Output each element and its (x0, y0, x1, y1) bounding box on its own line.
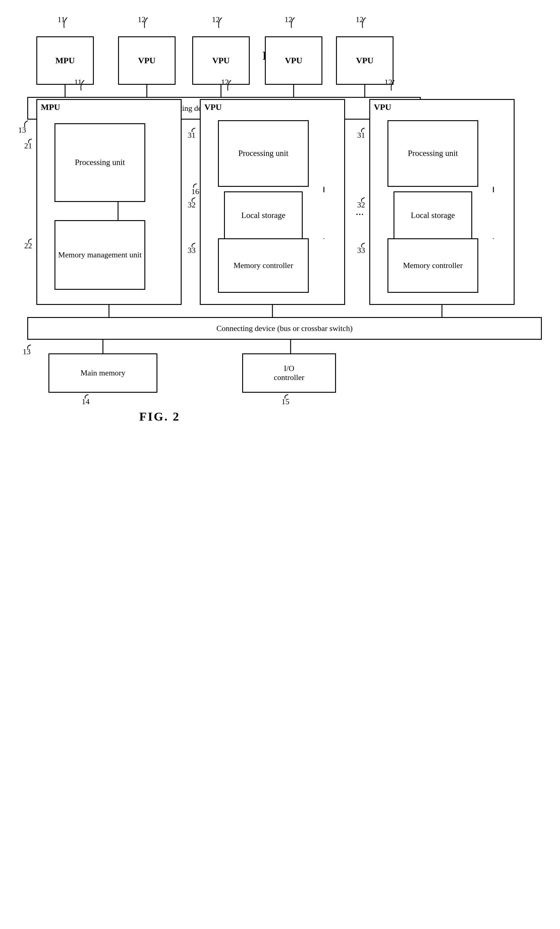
ref-33-1-fig2: 33 (188, 246, 196, 255)
processing-unit-mpu-fig2: Processing unit (55, 123, 145, 202)
ref-14-fig2: 14 (82, 397, 90, 406)
memory-controller-vpu1-fig2: Memory controller (218, 238, 309, 293)
mpu-label-fig2: MPU (41, 102, 60, 112)
ref-22-fig2: 22 (24, 241, 32, 250)
ref-21-fig2: 21 (24, 141, 32, 150)
mmu-box-fig2: Memory management unit (55, 220, 145, 290)
ref-12-2-fig1: 12 (212, 15, 220, 24)
vpu1-label-fig2: VPU (204, 102, 222, 112)
ref-32-2-fig2: 32 (357, 201, 365, 210)
ref-32-1-fig2: 32 (188, 201, 196, 210)
local-storage-vpu2-fig2: Local storage (393, 192, 472, 240)
ref-13-fig2: 13 (23, 347, 31, 356)
io-controller-fig2: I/O controller (242, 353, 336, 393)
ref-33-2-fig2: 33 (357, 246, 365, 255)
ref-12-1-fig1: 12 (138, 15, 145, 24)
main-memory-fig2: Main memory (49, 353, 158, 393)
ref-13-fig1: 13 (18, 126, 26, 135)
ref-12-3-fig1: 12 (285, 15, 292, 24)
processing-unit-vpu1-fig2: Processing unit (218, 120, 309, 187)
local-storage-vpu1-fig2: Local storage (224, 192, 303, 240)
memory-controller-vpu2-fig2: Memory controller (387, 238, 478, 293)
ref-12-1-fig2: 12 (221, 78, 229, 87)
vpu2-label-fig2: VPU (374, 102, 392, 112)
ref-31-2-fig2: 31 (357, 131, 365, 140)
ref-16-1-fig1: 16 (191, 187, 199, 196)
fig2-caption: FIG. 2 (139, 409, 180, 424)
ref-12-4-fig1: 12 (356, 15, 364, 24)
processing-unit-vpu2-fig2: Processing unit (387, 120, 478, 187)
connecting-device-fig2: Connecting device (bus or crossbar switc… (27, 317, 542, 340)
ref-11-fig2: 11 (74, 78, 82, 87)
ref-12-2-fig2: 12 (384, 78, 392, 87)
ref-31-1-fig2: 31 (188, 131, 196, 140)
ref-11-fig1: 11 (58, 15, 65, 24)
ref-15-fig2: 15 (282, 397, 289, 406)
